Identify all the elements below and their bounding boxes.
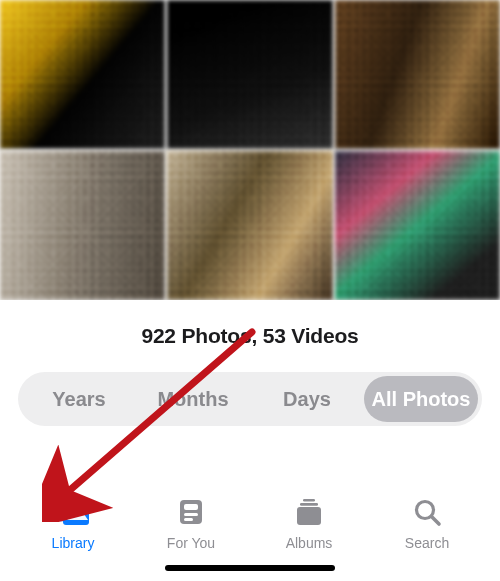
svg-rect-1 <box>63 505 89 525</box>
svg-rect-6 <box>184 518 193 521</box>
svg-rect-4 <box>184 504 198 510</box>
segment-years[interactable]: Years <box>22 376 136 422</box>
tab-albums[interactable]: Albums <box>264 497 354 551</box>
photo-thumbnail[interactable] <box>167 151 332 300</box>
photo-thumbnail[interactable] <box>335 0 500 149</box>
tab-label: Search <box>405 535 449 551</box>
photos-app-screen: 922 Photos, 53 Videos Years Months Days … <box>0 0 500 581</box>
tab-label: Library <box>52 535 95 551</box>
photo-thumbnail[interactable] <box>167 0 332 149</box>
tab-library[interactable]: Library <box>28 497 118 551</box>
tab-for-you[interactable]: For You <box>146 497 236 551</box>
library-icon <box>55 497 91 531</box>
svg-rect-5 <box>184 513 198 516</box>
svg-line-11 <box>432 517 440 525</box>
svg-rect-7 <box>303 499 315 502</box>
photo-thumbnail[interactable] <box>0 0 165 149</box>
svg-rect-9 <box>297 507 321 525</box>
tab-search[interactable]: Search <box>382 497 472 551</box>
segment-days[interactable]: Days <box>250 376 364 422</box>
albums-icon <box>291 497 327 531</box>
time-range-segmented-control[interactable]: Years Months Days All Photos <box>18 372 482 426</box>
for-you-icon <box>173 497 209 531</box>
photo-thumbnail[interactable] <box>0 151 165 300</box>
svg-point-2 <box>69 509 74 514</box>
segment-months[interactable]: Months <box>136 376 250 422</box>
home-indicator[interactable] <box>165 565 335 571</box>
tab-label: For You <box>167 535 215 551</box>
bottom-tab-bar: Library For You Albums <box>0 487 500 557</box>
search-icon <box>409 497 445 531</box>
photo-grid-preview[interactable] <box>0 0 500 300</box>
segment-all-photos[interactable]: All Photos <box>364 376 478 422</box>
svg-rect-8 <box>300 503 318 506</box>
tab-label: Albums <box>286 535 333 551</box>
photo-thumbnail[interactable] <box>335 151 500 300</box>
library-stats-label: 922 Photos, 53 Videos <box>0 324 500 348</box>
